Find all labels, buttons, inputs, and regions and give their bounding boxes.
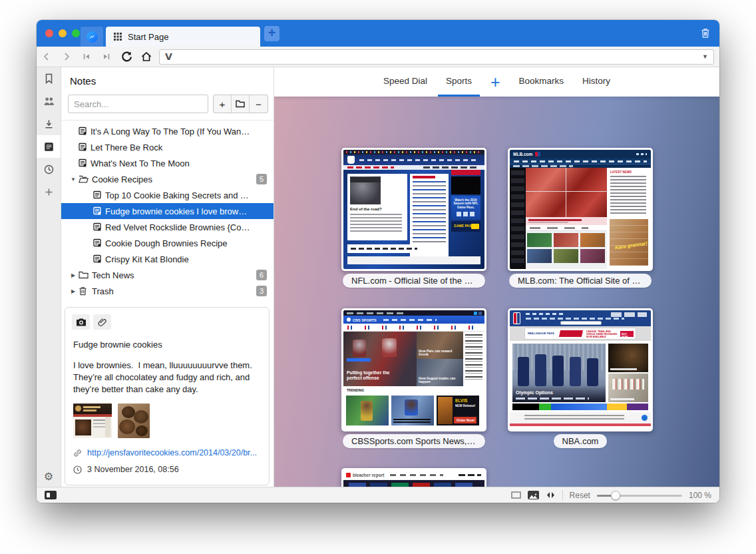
zoom-reset-button[interactable]: Reset (570, 491, 590, 500)
disclosure-expanded-icon[interactable]: ▼ (70, 176, 77, 182)
zoom-slider-knob[interactable] (611, 491, 620, 500)
clock-icon (73, 465, 82, 474)
tab-speed-dial[interactable]: Speed Dial (375, 67, 435, 97)
zoom-slider[interactable] (597, 491, 682, 500)
tab-sports[interactable]: Sports (438, 67, 480, 97)
note-body[interactable]: I love brownies. I mean, lluuuuuuuurvve … (73, 360, 262, 396)
attachment-paperclip-button[interactable] (93, 314, 111, 330)
nba-banner-text: LEAGUE, TEAM, AND SINGLE GAME PACKAGES N… (586, 330, 620, 338)
speed-dial-mlb[interactable]: MLB.com (508, 148, 653, 290)
note-list-item[interactable]: Red Velvet Rockslide Brownies {Cookbook.… (61, 219, 274, 235)
disclosure-collapsed-icon[interactable]: ▶ (70, 272, 77, 278)
dial-thumbnail[interactable]: NBA LEAGUE PASS LEAGUE, TEAM, AND SINGLE… (508, 308, 653, 431)
address-dropdown-caret-icon[interactable]: ▼ (702, 53, 708, 60)
cbs-headline-1: Putting together the perfect offense (347, 370, 404, 381)
tab-bookmarks[interactable]: Bookmarks (511, 67, 572, 97)
nba-headline: Olympic Options (516, 390, 553, 396)
add-speed-dial-group-button[interactable]: + (482, 67, 508, 97)
note-list-item[interactable]: Let There Be Rock (61, 139, 274, 155)
address-field[interactable]: V ▼ (159, 49, 714, 65)
closed-tabs-trash-icon[interactable] (700, 27, 711, 39)
attachment-thumbnail-website[interactable] (73, 404, 112, 438)
speed-dial-bleacher-report[interactable]: bleacher report (341, 468, 486, 487)
close-window-button[interactable] (45, 29, 53, 37)
dial-thumbnail[interactable]: bleacher report (341, 468, 486, 487)
browser-window: Start Page + V ▼ (37, 20, 719, 503)
rewind-button[interactable] (77, 48, 96, 65)
site-favicon-v: V (165, 51, 172, 62)
attachment-thumbnail-cookies[interactable] (118, 404, 150, 438)
add-note-button[interactable]: + (214, 95, 232, 113)
dial-label[interactable]: CBSSports.com Sports News, Fant... (341, 434, 486, 451)
note-title[interactable]: Fudge brownie cookies (73, 340, 162, 350)
dial-thumbnail[interactable]: CBS SPORTS Putting together the perfect … (341, 308, 486, 431)
dial-label[interactable]: MLB.com: The Official Site of Majo... (508, 274, 653, 290)
fast-forward-button[interactable] (96, 48, 116, 65)
notes-list: It's A Long Way To The Top (If You Wanna… (61, 123, 274, 299)
bleacher-logo: bleacher report (353, 473, 384, 477)
forward-button[interactable] (57, 48, 77, 65)
dial-thumbnail[interactable]: End of the road? Watch the 2016 Season w… (341, 148, 486, 271)
note-folder-item[interactable]: ▼ Cookie Recipes 5 (61, 171, 274, 187)
folder-icon (79, 271, 89, 279)
note-list-item[interactable]: Cookie Dough Brownies Recipe (61, 235, 274, 251)
speed-dial-nfl[interactable]: End of the road? Watch the 2016 Season w… (341, 148, 486, 290)
sidebar-item-contacts[interactable] (37, 90, 61, 113)
note-attachment-icon (93, 222, 101, 232)
note-source-row: http://jensfavoritecookies.com/2014/03/2… (73, 448, 262, 457)
sidebar-item-history[interactable] (37, 158, 61, 180)
note-list-item[interactable]: Crispy Kit Kat Blondie (61, 251, 274, 267)
note-list-item-selected[interactable]: Fudge brownie cookies I love brownies. I… (61, 203, 274, 219)
pinned-tab-messenger[interactable] (81, 27, 103, 47)
trash-count-badge: 3 (256, 286, 267, 296)
messenger-icon (87, 31, 98, 43)
minimize-window-button[interactable] (59, 29, 67, 37)
tab-start-page[interactable]: Start Page (106, 27, 260, 47)
speed-dial-nba[interactable]: NBA LEAGUE PASS LEAGUE, TEAM, AND SINGLE… (508, 308, 653, 451)
sidebar-add-panel-button[interactable] (37, 180, 61, 203)
sidebar-item-downloads[interactable] (37, 113, 61, 135)
open-folder-icon (79, 175, 89, 183)
tiling-icon[interactable] (511, 491, 521, 499)
content-area: ⚙ Notes + − It's A Long Way To The To (37, 67, 719, 487)
note-source-url[interactable]: http://jensfavoritecookies.com/2014/03/2… (87, 448, 257, 457)
page-actions-icon[interactable] (546, 491, 556, 499)
sidebar-item-notes[interactable] (37, 135, 61, 158)
thumbnail-art-mlb: MLB.com (510, 150, 651, 269)
navigation-bar: V ▼ (37, 47, 719, 67)
home-button[interactable] (136, 48, 156, 65)
back-button[interactable] (37, 48, 57, 65)
note-folder-item[interactable]: ▶ Tech News 6 (61, 267, 274, 283)
notes-search-input[interactable] (68, 95, 208, 113)
dial-label[interactable]: NFL.com - Official Site of the Natio... (341, 274, 486, 290)
images-toggle-icon[interactable] (528, 491, 539, 499)
note-list-item[interactable]: What's Next To The Moon (61, 155, 274, 171)
tab-history[interactable]: History (574, 67, 618, 97)
cbs-trending: TRENDING (347, 389, 364, 393)
speed-dial-cbssports[interactable]: CBS SPORTS Putting together the perfect … (341, 308, 486, 451)
note-attachment-icon (79, 158, 87, 168)
settings-gear-icon[interactable]: ⚙ (37, 470, 61, 483)
add-folder-button[interactable] (232, 95, 250, 113)
disclosure-collapsed-icon[interactable]: ▶ (70, 288, 77, 294)
thumbnail-art-cbs: CBS SPORTS Putting together the perfect … (343, 310, 484, 429)
reload-button[interactable] (116, 48, 136, 65)
dial-label[interactable]: NBA.com (508, 434, 653, 451)
trash-icon (79, 286, 87, 296)
note-icon (93, 190, 101, 200)
zoom-window-button[interactable] (72, 29, 80, 37)
new-tab-button[interactable]: + (264, 26, 280, 41)
cbs-ad-sub: NEW Release! (455, 404, 475, 408)
dial-thumbnail[interactable]: MLB.com (508, 148, 653, 271)
cbs-ad-button: Order Now! (457, 419, 474, 423)
zoom-level-value: 100 % (689, 491, 711, 500)
delete-note-button[interactable]: − (250, 95, 268, 113)
note-list-item[interactable]: Top 10 Cookie Baking Secrets and Tips (61, 187, 274, 203)
note-list-item[interactable]: It's A Long Way To The Top (If You Wanna… (61, 123, 274, 139)
panel-separator (61, 120, 274, 121)
sidebar-item-bookmarks[interactable] (37, 67, 61, 90)
start-page: Speed Dial Sports + Bookmarks History (274, 67, 719, 487)
screenshot-camera-button[interactable] (72, 314, 90, 330)
notes-trash-item[interactable]: ▶ Trash 3 (61, 283, 274, 299)
panel-toggle-icon[interactable] (45, 491, 57, 499)
